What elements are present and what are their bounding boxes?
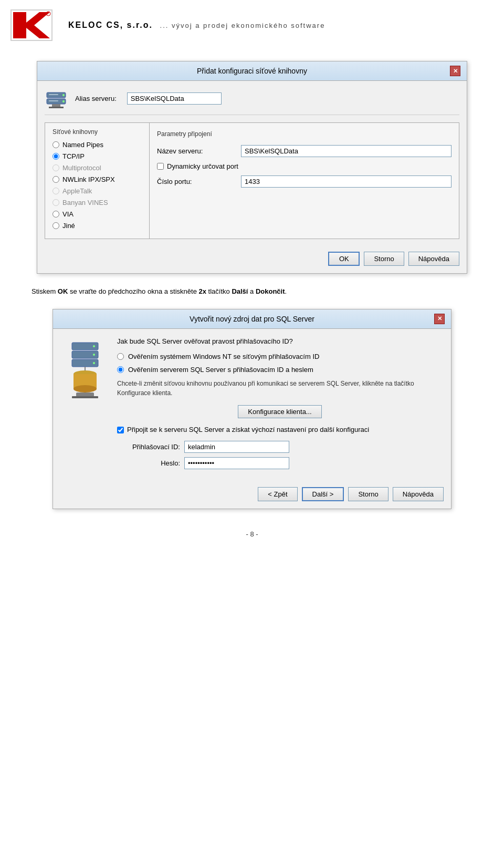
radio-banyan-input [52, 199, 59, 206]
alias-input[interactable] [127, 92, 222, 105]
dialog1-titlebar: Přidat konfiguraci síťové knihovny ✕ [37, 61, 467, 81]
radio-jine-input[interactable] [52, 222, 59, 229]
login-row: Přihlašovací ID: [117, 441, 443, 453]
radio-sql-auth-label: Ověřením serverem SQL Server s přihlašov… [128, 366, 313, 374]
middle-text-content: Stiskem OK se vraťte do předchozího okna… [32, 287, 287, 295]
svg-rect-24 [76, 392, 94, 397]
radio-appletalk: AppleTalk [52, 187, 142, 195]
password-input[interactable] [184, 457, 289, 469]
connect-checkbox[interactable] [117, 427, 124, 433]
radio-via-input[interactable] [52, 211, 59, 218]
radio-named-pipes[interactable]: Named Pipes [52, 141, 142, 149]
port-row: Číslo portu: [157, 175, 452, 188]
header-company-block: KELOC CS, s.r.o. ... vývoj a prodej ekon… [68, 20, 325, 30]
konfigurace-button[interactable]: Konfigurace klienta... [238, 405, 321, 418]
login-label: Přihlašovací ID: [117, 443, 180, 451]
dialog2-body: Jak bude SQL Server ověřovat pravost při… [53, 329, 451, 482]
radio-nwlink[interactable]: NWLink IPX/SPX [52, 175, 142, 183]
svg-rect-25 [72, 396, 98, 398]
radio-named-pipes-label: Named Pipes [62, 141, 103, 149]
zpet-button[interactable]: < Zpět [258, 487, 297, 501]
svg-point-18 [93, 354, 95, 356]
svg-point-22 [74, 385, 97, 392]
alias-label: Alias serveru: [75, 95, 117, 102]
radio-sql-auth-input[interactable] [117, 366, 124, 373]
svg-point-9 [62, 100, 65, 102]
dialog1-close-button[interactable]: ✕ [450, 66, 460, 76]
dynamic-port-label: Dynamicky určovat port [167, 162, 238, 170]
page-content: Přidat konfiguraci síťové knihovny ✕ Ali… [0, 50, 504, 559]
header-tagline: ... vývoj a prodej ekonomického software [160, 22, 326, 29]
napoveda-button[interactable]: Nápověda [408, 252, 459, 266]
radio-nwlink-input[interactable] [52, 176, 59, 183]
dialog-new-datasource: Vytvořit nový zdroj dat pro SQL Server ✕ [52, 309, 452, 509]
network-libs-title: Síťové knihovny [52, 128, 142, 136]
radio-multiprotocol-label: Multiprotocol [62, 164, 101, 172]
password-row: Heslo: [117, 457, 443, 469]
params-title: Parametry připojení [157, 130, 452, 138]
middle-text: Stiskem OK se vraťte do předchozího okna… [32, 286, 472, 297]
dalsi-button[interactable]: Další > [302, 487, 344, 501]
radio-tcpip-label: TCP/IP [62, 152, 85, 160]
network-libs-panel: Síťové knihovny Named Pipes TCP/IP Multi… [45, 122, 150, 239]
server-name-input[interactable] [241, 145, 452, 157]
dialog2-buttons: < Zpět Další > Storno Nápověda [53, 482, 451, 509]
svg-rect-11 [49, 100, 58, 101]
svg-point-19 [93, 362, 95, 364]
radio-sql-auth[interactable]: Ověřením serverem SQL Server s přihlašov… [117, 366, 443, 374]
login-input[interactable] [184, 441, 289, 453]
radio-windows-auth-label: Ověřením systémem Windows NT se síťovým … [128, 353, 319, 360]
dialog1-buttons: OK Storno Nápověda [37, 246, 467, 273]
dialog-network-library: Přidat konfiguraci síťové knihovny ✕ Ali… [37, 61, 467, 274]
page-number: - 8 - [32, 530, 472, 538]
dialog2-close-button[interactable]: ✕ [434, 314, 445, 324]
radio-banyan: Banyan VINES [52, 199, 142, 206]
radio-banyan-label: Banyan VINES [62, 199, 108, 206]
radio-windows-auth[interactable]: Ověřením systémem Windows NT se síťovým … [117, 353, 443, 360]
radio-tcpip-input[interactable] [52, 153, 59, 160]
storno2-button[interactable]: Storno [348, 487, 388, 501]
connect-label: Připojit se k serveru SQL Server a získa… [127, 426, 369, 433]
svg-rect-10 [49, 94, 58, 95]
dynamic-port-row[interactable]: Dynamicky určovat port [157, 162, 452, 170]
storno-button[interactable]: Storno [364, 252, 404, 266]
radio-multiprotocol: Multiprotocol [52, 164, 142, 172]
svg-point-8 [62, 94, 65, 96]
radio-appletalk-input [52, 188, 59, 194]
dialog1-title: Přidat konfiguraci síťové knihovny [54, 67, 450, 75]
dynamic-port-checkbox[interactable] [157, 163, 164, 170]
radio-windows-auth-input[interactable] [117, 353, 124, 360]
wizard-icon [61, 337, 109, 400]
header: ® KELOC CS, s.r.o. ... vývoj a prodej ek… [0, 0, 504, 50]
dialog2-titlebar: Vytvořit nový zdroj dat pro SQL Server ✕ [53, 309, 451, 329]
radio-tcpip[interactable]: TCP/IP [52, 152, 142, 160]
wizard-icon-area [61, 337, 109, 473]
logo-icon: ® [10, 9, 52, 41]
radio-via-label: VIA [62, 210, 74, 218]
radio-jine[interactable]: Jiné [52, 222, 142, 230]
radio-appletalk-label: AppleTalk [62, 187, 92, 195]
dialog1-body: Alias serveru: Síťové knihovny Named Pip… [37, 81, 467, 246]
dialog2-title: Vytvořit nový zdroj dat pro SQL Server [70, 315, 434, 323]
server-name-row: Název serveru: [157, 145, 452, 157]
server-icon [45, 88, 68, 108]
radio-named-pipes-input[interactable] [52, 141, 59, 148]
connection-params-panel: Parametry připojení Název serveru: Dynam… [150, 122, 459, 239]
svg-point-17 [93, 345, 95, 347]
radio-jine-label: Jiné [62, 222, 75, 230]
alias-row: Alias serveru: [45, 88, 459, 115]
wizard-desc: Chcete-li změnit síťovou knihovnu použív… [117, 379, 443, 398]
two-col-area: Síťové knihovny Named Pipes TCP/IP Multi… [45, 122, 459, 239]
port-input[interactable] [241, 175, 452, 188]
wizard-right: Jak bude SQL Server ověřovat pravost při… [117, 337, 443, 473]
server-name-label: Název serveru: [157, 147, 241, 155]
svg-text:®: ® [47, 12, 49, 15]
ok-button[interactable]: OK [328, 252, 360, 266]
radio-multiprotocol-input [52, 164, 59, 171]
wizard-question: Jak bude SQL Server ověřovat pravost při… [117, 337, 443, 345]
password-label: Heslo: [117, 459, 180, 467]
napoveda2-button[interactable]: Nápověda [393, 487, 444, 501]
radio-via[interactable]: VIA [52, 210, 142, 218]
svg-rect-13 [49, 107, 64, 108]
connect-checkbox-row[interactable]: Připojit se k serveru SQL Server a získa… [117, 426, 443, 433]
